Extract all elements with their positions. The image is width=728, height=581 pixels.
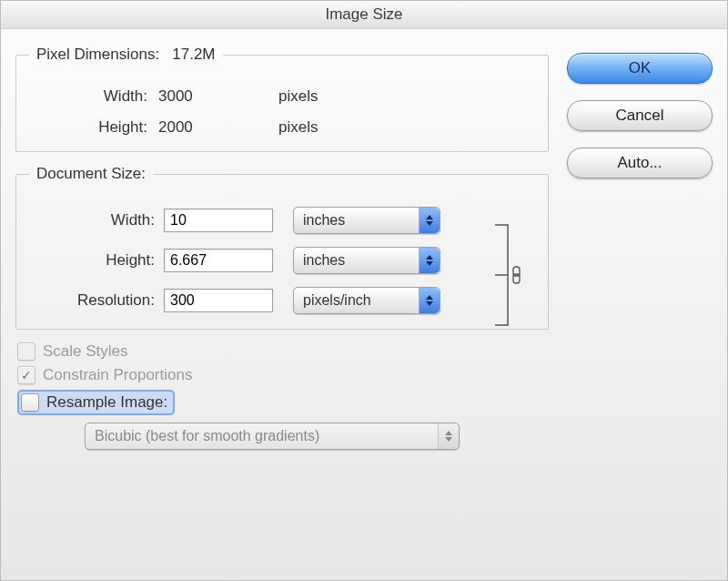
chain-icon: [513, 267, 520, 283]
resample-method-select: Bicubic (best for smooth gradients): [85, 423, 460, 450]
doc-height-unit-select[interactable]: inches: [293, 247, 440, 274]
doc-width-unit-select[interactable]: inches: [293, 207, 440, 234]
doc-height-label: Height:: [46, 251, 155, 270]
pixel-height-row: Height: 2000 pixels: [66, 118, 535, 137]
scale-styles-row: Scale Styles: [17, 342, 549, 361]
pixel-height-label: Height:: [66, 118, 147, 137]
pixel-dimensions-label: Pixel Dimensions:: [36, 46, 159, 63]
constrain-proportions-checkbox: ✓: [17, 366, 35, 384]
resample-focus-ring: Resample Image:: [17, 390, 175, 415]
auto-button[interactable]: Auto...: [567, 148, 713, 178]
constrain-link-icon: [495, 216, 526, 298]
window-title: Image Size: [1, 1, 727, 29]
doc-resolution-unit-select[interactable]: pixels/inch: [293, 287, 440, 314]
doc-height-row: Height: inches: [46, 247, 488, 274]
doc-width-unit-value: inches: [303, 212, 345, 229]
doc-width-label: Width:: [46, 211, 155, 229]
doc-width-row: Width: inches: [46, 207, 488, 234]
ok-button[interactable]: OK: [567, 53, 713, 84]
resample-method-value: Bicubic (best for smooth gradients): [95, 428, 319, 444]
doc-height-unit-value: inches: [303, 252, 345, 269]
scale-styles-checkbox: [17, 342, 35, 361]
pixel-height-unit: pixels: [278, 118, 318, 137]
pixel-dimensions-legend: Pixel Dimensions: 17.2M: [29, 46, 223, 64]
document-size-group: Document Size: Width: inches Height:: [15, 165, 549, 330]
resample-image-row: Resample Image:: [17, 390, 549, 415]
constrain-proportions-label: Constrain Proportions: [43, 366, 192, 384]
stepper-icon: [419, 248, 440, 273]
pixel-width-value: 3000: [158, 87, 240, 106]
stepper-icon: [438, 423, 459, 449]
resample-image-checkbox[interactable]: [21, 393, 39, 412]
doc-resolution-unit-value: pixels/inch: [303, 292, 371, 309]
pixel-height-value: 2000: [158, 118, 240, 137]
constrain-proportions-row: ✓ Constrain Proportions: [17, 366, 549, 384]
pixel-dimensions-memory: 17.2M: [172, 46, 215, 63]
doc-resolution-input[interactable]: [164, 289, 273, 312]
pixel-width-row: Width: 3000 pixels: [66, 87, 535, 106]
pixel-dimensions-group: Pixel Dimensions: 17.2M Width: 3000 pixe…: [15, 46, 549, 152]
doc-width-input[interactable]: [164, 209, 273, 232]
doc-resolution-row: Resolution: pixels/inch: [46, 287, 488, 314]
image-size-dialog: Image Size Pixel Dimensions: 17.2M Width…: [0, 0, 728, 581]
scale-styles-label: Scale Styles: [43, 342, 128, 361]
stepper-icon: [419, 288, 440, 313]
pixel-width-unit: pixels: [278, 87, 318, 106]
doc-resolution-label: Resolution:: [46, 291, 155, 310]
dialog-content: Pixel Dimensions: 17.2M Width: 3000 pixe…: [1, 29, 727, 581]
cancel-button[interactable]: Cancel: [567, 100, 713, 131]
pixel-width-label: Width:: [66, 87, 147, 106]
stepper-icon: [419, 208, 440, 233]
dialog-buttons: OK Cancel Auto...: [567, 40, 713, 450]
check-icon: ✓: [21, 369, 32, 382]
resample-image-label: Resample Image:: [46, 393, 167, 412]
doc-height-input[interactable]: [164, 249, 273, 272]
document-size-legend: Document Size:: [29, 165, 153, 183]
